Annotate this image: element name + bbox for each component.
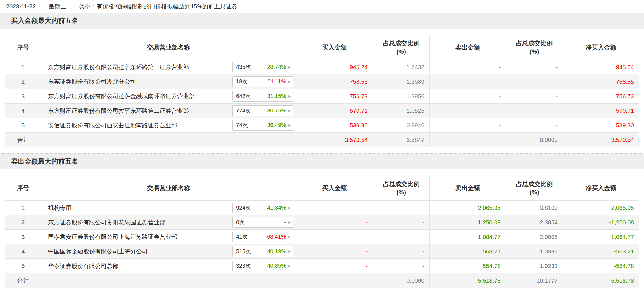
win-rate: 61.11%: [268, 78, 286, 85]
trade-count-badge[interactable]: 74次 36.49% ▶: [232, 120, 293, 131]
net-buy-amount: -2,065.95: [563, 201, 639, 215]
table-row: 1 东方财富证券股份有限公司拉萨东环路第一证券营业部 435次 28.74% ▶…: [5, 60, 639, 74]
buy-ratio: -: [373, 259, 430, 273]
table-row: 2 东莞证券股份有限公司湖北分公司 18次 61.11% ▶ 758.55 1.…: [5, 74, 639, 89]
buy-table: 序号 交易营业部名称 买入金额 占总成交比例 (%) 卖出金额 占总成交比例 (…: [5, 35, 639, 147]
col-header-sell-amount: 卖出金额: [430, 176, 506, 201]
table-row: 4 东方财富证券股份有限公司拉萨东环路第二证券营业部 774次 30.75% ▶…: [5, 104, 639, 118]
sell-table: 序号 交易营业部名称 买入金额 占总成交比例 (%) 卖出金额 占总成交比例 (…: [5, 176, 639, 288]
win-rate: 31.15%: [267, 93, 286, 99]
chevron-right-icon: ▶: [288, 220, 291, 224]
sell-section-title: 卖出金额最大的前五名: [11, 157, 78, 166]
sell-amount: 1,250.08: [430, 215, 506, 230]
total-name-placeholder: -: [41, 133, 296, 147]
row-index: 5: [5, 118, 41, 133]
trade-count: 515次: [236, 248, 251, 255]
trade-count-badge[interactable]: 924次 41.34% ▶: [232, 203, 293, 213]
col-header-sell-ratio: 占总成交比例 (%): [506, 176, 563, 201]
col-header-sell-ratio: 占总成交比例 (%): [506, 35, 563, 60]
buy-amount: 570.71: [296, 104, 373, 118]
table-row: 4 中国国际金融股份有限公司上海分公司 515次 40.19% ▶ - - 56…: [5, 244, 639, 259]
buy-amount: -: [296, 201, 373, 215]
trade-count: 774次: [236, 107, 251, 114]
total-sell-amount: 5,518.78: [430, 273, 506, 288]
trade-date: 2023-11-22: [6, 3, 36, 10]
net-buy-amount: 758.55: [563, 74, 639, 89]
total-row: 合计 - - 0.0000 5,518.78 10.1777 -5,518.78: [5, 273, 639, 288]
sell-ratio: -: [506, 118, 563, 133]
sell-table-container: 序号 交易营业部名称 买入金额 占总成交比例 (%) 卖出金额 占总成交比例 (…: [5, 176, 639, 288]
total-buy-ratio: 6.5847: [373, 133, 430, 147]
total-name-placeholder: -: [41, 273, 296, 288]
buy-ratio: -: [373, 201, 430, 215]
buy-amount: -: [296, 215, 373, 230]
department-name: 东方财富证券股份有限公司拉萨金融城南环路证券营业部: [48, 92, 195, 100]
row-index: 3: [5, 230, 41, 244]
sell-amount: -: [430, 104, 506, 118]
trade-count-badge[interactable]: 774次 30.75% ▶: [232, 105, 293, 116]
chevron-right-icon: ▶: [288, 206, 291, 210]
sell-amount: 554.78: [430, 259, 506, 273]
department-name: 华泰证券股份有限公司总部: [48, 262, 118, 270]
win-rate: 36.49%: [267, 122, 286, 128]
col-header-no: 序号: [5, 176, 41, 201]
table-row: 2 东方证券股份有限公司贵阳花果园证券营业部 0次 - ▶ - - 1,250.…: [5, 215, 639, 230]
win-rate: 63.41%: [267, 234, 286, 240]
col-header-buy-ratio: 占总成交比例 (%): [373, 176, 430, 201]
chevron-right-icon: ▶: [288, 80, 291, 83]
win-rate: 40.85%: [267, 263, 286, 269]
department-name: 机构专用: [48, 204, 72, 212]
buy-amount: 945.24: [296, 60, 373, 74]
chevron-right-icon: ▶: [288, 123, 291, 127]
buy-amount: -: [296, 230, 373, 244]
trade-count-badge[interactable]: 435次 28.74% ▶: [232, 62, 293, 72]
sell-section-title-bar: 卖出金额最大的前五名: [0, 153, 644, 169]
chevron-right-icon: ▶: [288, 250, 291, 253]
trade-count: 18次: [236, 78, 248, 85]
table-row: 3 国泰君安证券股份有限公司上海江苏路证券营业部 41次 63.41% ▶ - …: [5, 230, 639, 244]
sell-ratio: -: [506, 104, 563, 118]
row-index: 4: [5, 104, 41, 118]
department-name: 东方财富证券股份有限公司拉萨东环路第二证券营业部: [48, 107, 189, 115]
sell-amount: 2,065.95: [430, 201, 506, 215]
chevron-right-icon: ▶: [288, 235, 291, 239]
net-buy-amount: -563.21: [563, 244, 639, 259]
trade-count: 41次: [236, 233, 248, 241]
sell-amount: 1,084.77: [430, 230, 506, 244]
col-header-dept-name: 交易营业部名称: [41, 176, 296, 201]
win-rate: 41.34%: [267, 204, 286, 211]
net-buy-amount: -554.78: [563, 259, 639, 273]
chevron-right-icon: ▶: [288, 109, 291, 112]
trade-count: 435次: [236, 63, 251, 71]
total-buy-ratio: 0.0000: [373, 273, 430, 288]
col-header-buy-amount: 买入金额: [296, 35, 373, 60]
trade-count-badge[interactable]: 41次 63.41% ▶: [232, 232, 293, 242]
total-sell-amount: -: [430, 133, 506, 147]
trade-count: 0次: [236, 218, 245, 226]
total-buy-amount: -: [296, 273, 373, 288]
trade-count-badge[interactable]: 642次 31.15% ▶: [232, 91, 293, 102]
trade-count-badge[interactable]: 328次 40.85% ▶: [232, 261, 293, 271]
win-rate: 28.74%: [267, 64, 286, 70]
net-buy-amount: 570.71: [563, 104, 639, 118]
total-sell-ratio: 10.1777: [506, 273, 563, 288]
chevron-right-icon: ▶: [288, 264, 291, 268]
trade-count-badge[interactable]: 18次 61.11% ▶: [232, 76, 293, 87]
row-index: 3: [5, 89, 41, 104]
buy-ratio: -: [373, 244, 430, 259]
department-name: 安信证券股份有限公司西安曲江池南路证券营业部: [48, 121, 177, 129]
row-index: 1: [5, 60, 41, 74]
trade-count-badge[interactable]: 515次 40.19% ▶: [232, 246, 293, 257]
col-header-dept-name: 交易营业部名称: [41, 35, 296, 60]
row-index: 2: [5, 215, 41, 230]
list-type-label: 类型：有价格涨跌幅限制的日价格振幅达到15%的前五只证券: [79, 3, 237, 10]
trade-count-badge[interactable]: 0次 - ▶: [232, 217, 293, 228]
row-index: 4: [5, 244, 41, 259]
sell-amount: -: [430, 60, 506, 74]
buy-amount: 539.30: [296, 118, 373, 133]
sell-ratio: 1.0231: [506, 259, 563, 273]
department-name: 东莞证券股份有限公司湖北分公司: [48, 78, 136, 86]
col-header-buy-ratio: 占总成交比例 (%): [373, 35, 430, 60]
sell-ratio: 3.8100: [506, 201, 563, 215]
chevron-right-icon: ▶: [288, 94, 291, 98]
